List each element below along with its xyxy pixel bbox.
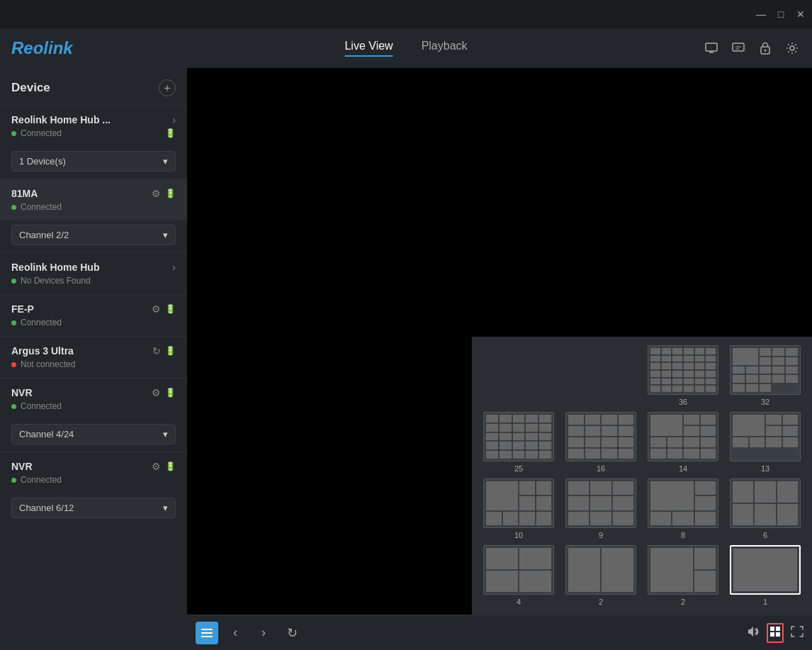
grid-thumb-8 — [648, 478, 718, 528]
svg-rect-9 — [776, 627, 780, 631]
message-icon[interactable] — [730, 40, 747, 57]
device-item-81ma[interactable]: 81MA ⚙ 🔋 Connected — [0, 179, 187, 220]
status-dot-hub2 — [11, 279, 16, 284]
next-button[interactable]: › — [252, 622, 275, 644]
dropdown-arrow-hub1: ▾ — [163, 156, 168, 167]
gear-icon-fep[interactable]: ⚙ — [152, 303, 161, 315]
grid-option-13[interactable]: 13 — [727, 412, 803, 473]
device-item-fep[interactable]: FE-P ⚙ 🔋 Connected — [0, 294, 187, 336]
grid-layout-panel: 36 32 — [472, 337, 812, 615]
tab-playback[interactable]: Playback — [422, 40, 468, 57]
grid-option-2b[interactable]: 2 — [645, 545, 721, 606]
device-name-81ma: 81MA — [11, 188, 38, 199]
grid-thumb-2a — [565, 545, 636, 595]
device-name-nvr2: NVR — [11, 461, 33, 472]
svg-rect-10 — [770, 632, 774, 637]
dropdown-arrow-81ma: ▾ — [163, 230, 168, 240]
channel-label-81ma: Channel 2/2 — [19, 230, 69, 240]
svg-rect-6 — [201, 632, 213, 634]
grid-thumb-6 — [730, 478, 801, 528]
grid-option-1[interactable]: 1 — [727, 545, 803, 606]
channel-dropdown-81ma[interactable]: Channel 2/2 ▾ — [11, 225, 176, 245]
grid-thumb-16 — [565, 412, 636, 461]
settings-icon[interactable] — [784, 40, 801, 57]
lock-icon[interactable] — [757, 40, 774, 57]
prev-button[interactable]: ‹ — [224, 622, 247, 644]
refresh-button[interactable]: ↻ — [281, 622, 303, 644]
header: Reolink Live View Playback — [0, 28, 812, 68]
grid-thumb-1 — [730, 545, 801, 595]
gear-icon-81ma[interactable]: ⚙ — [152, 188, 161, 199]
grid-option-36[interactable]: 36 — [645, 345, 721, 406]
grid-toggle-icon[interactable] — [767, 623, 784, 643]
channel-dropdown-nvr1[interactable]: Channel 4/24 ▾ — [11, 424, 176, 444]
grid-label-25: 25 — [514, 464, 523, 473]
device-name-nvr1: NVR — [11, 387, 33, 398]
battery-icon-hub1: 🔋 — [165, 128, 176, 138]
gear-icon-nvr2[interactable]: ⚙ — [152, 461, 161, 472]
channel-dropdown-nvr2[interactable]: Channel 6/12 ▾ — [11, 498, 176, 518]
add-device-button[interactable]: ＋ — [159, 79, 176, 96]
minimize-button[interactable]: — — [755, 9, 767, 20]
grid-thumb-14 — [648, 412, 718, 461]
status-text-nvr1: Connected — [21, 401, 62, 411]
logo: Reolink — [11, 38, 73, 58]
status-text-nvr2: Connected — [21, 475, 62, 485]
grid-label-9: 9 — [599, 531, 603, 539]
screen-share-icon[interactable] — [703, 40, 720, 57]
svg-rect-7 — [201, 636, 213, 637]
grid-thumb-13 — [730, 412, 801, 461]
dropdown-arrow-nvr2: ▾ — [163, 503, 168, 513]
tab-live-view[interactable]: Live View — [344, 40, 393, 57]
nav-tabs: Live View Playback — [344, 40, 467, 57]
grid-thumb-10 — [483, 478, 554, 528]
status-dot-fep — [11, 320, 16, 325]
grid-label-4: 4 — [517, 598, 521, 606]
grid-thumb-4 — [483, 545, 554, 595]
status-dot-81ma — [11, 205, 16, 210]
grid-thumb-25 — [483, 412, 554, 461]
gear-icon-nvr1[interactable]: ⚙ — [152, 387, 161, 398]
title-bar: — □ ✕ — [0, 0, 812, 28]
grid-option-6[interactable]: 6 — [727, 478, 803, 539]
refresh-icon-argus3[interactable]: ↻ — [152, 345, 161, 357]
fullscreen-icon[interactable] — [791, 626, 803, 640]
close-button[interactable]: ✕ — [795, 9, 806, 20]
video-content: 36 32 — [187, 68, 812, 650]
grid-thumb-32 — [730, 345, 801, 395]
list-view-button[interactable] — [196, 622, 218, 644]
device-name-hub2: Reolink Home Hub — [11, 262, 99, 273]
grid-option-25[interactable]: 25 — [480, 412, 557, 473]
toolbar-left: ‹ › ↻ — [196, 622, 303, 644]
grid-thumb-2b — [648, 545, 718, 595]
grid-option-10[interactable]: 10 — [480, 478, 557, 539]
grid-option-4[interactable]: 4 — [480, 545, 557, 606]
status-text-argus3: Not connected — [21, 359, 75, 369]
grid-label-1: 1 — [763, 598, 767, 606]
volume-icon[interactable] — [747, 626, 760, 640]
dropdown-arrow-nvr1: ▾ — [163, 429, 168, 439]
grid-label-8: 8 — [681, 531, 685, 539]
grid-option-16[interactable]: 16 — [563, 412, 639, 473]
channel-dropdown-hub1[interactable]: 1 Device(s) ▾ — [11, 151, 176, 172]
grid-option-8[interactable]: 8 — [645, 478, 721, 539]
svg-rect-11 — [776, 632, 780, 637]
maximize-button[interactable]: □ — [775, 9, 786, 20]
device-item-nvr2[interactable]: NVR ⚙ 🔋 Connected — [0, 452, 187, 493]
grid-option-2a[interactable]: 2 — [563, 545, 639, 606]
device-item-hub1[interactable]: Reolink Home Hub ... › Connected 🔋 — [0, 105, 187, 147]
channel-label-nvr2: Channel 6/12 — [19, 503, 74, 513]
grid-label-36: 36 — [679, 398, 687, 406]
battery-icon-nvr2: 🔋 — [165, 461, 176, 471]
grid-thumb-9 — [565, 478, 636, 528]
grid-option-9[interactable]: 9 — [563, 478, 639, 539]
window-controls: — □ ✕ — [755, 9, 806, 20]
grid-option-32[interactable]: 32 — [727, 345, 803, 406]
device-item-nvr1[interactable]: NVR ⚙ 🔋 Connected — [0, 378, 187, 420]
grid-label-16: 16 — [597, 464, 605, 473]
status-dot-argus3 — [11, 362, 16, 367]
sidebar-header: Device ＋ — [0, 68, 187, 105]
device-item-hub2[interactable]: Reolink Home Hub › No Devices Found — [0, 252, 187, 294]
device-item-argus3[interactable]: Argus 3 Ultra ↻ 🔋 Not connected — [0, 336, 187, 378]
grid-option-14[interactable]: 14 — [645, 412, 721, 473]
